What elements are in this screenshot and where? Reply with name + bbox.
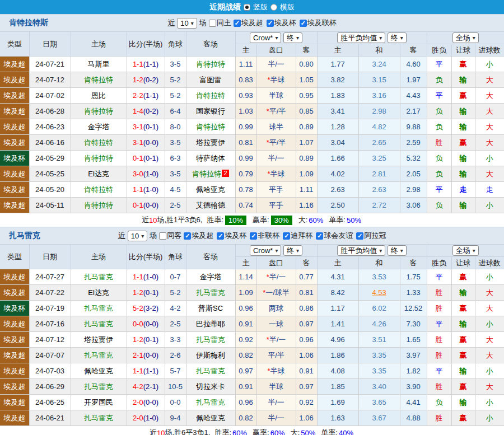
handicap: *平/半 — [256, 104, 296, 119]
handicap-result-flag: 赢 — [451, 57, 475, 72]
final-odds-select[interactable]: 终▾ — [283, 32, 302, 43]
checkbox-icon[interactable] — [209, 20, 216, 27]
goals-result-flag: 大 — [475, 72, 504, 88]
mean-home: 2.63 — [317, 182, 358, 198]
radio-vertical-label[interactable]: 竖版 — [253, 2, 268, 12]
mean-select[interactable]: 胜平负均值▾ — [337, 245, 385, 256]
odds-away: 1.06 — [296, 410, 317, 426]
odds-away: 0.89 — [296, 119, 317, 135]
fulltime-score: 4-2 — [133, 382, 143, 391]
competition-filter[interactable]: 埃及杯 — [217, 231, 246, 241]
scope-group-header: 全场▾ — [427, 32, 504, 44]
competition-filter[interactable]: 埃及超 — [184, 231, 213, 241]
halftime-score: (0-0) — [143, 320, 158, 328]
competition-filter[interactable]: 非联杯 — [250, 231, 279, 241]
odds-away: 0.91 — [296, 363, 317, 379]
checkbox-icon[interactable] — [267, 20, 274, 27]
cover-rate-value: 60% — [270, 429, 285, 435]
match-date: 24-07-21 — [29, 57, 71, 72]
match-date: 24-07-12 — [29, 72, 71, 88]
goals-result-flag: 大 — [475, 348, 504, 363]
checkbox-icon[interactable] — [300, 20, 307, 27]
checkbox-icon[interactable] — [184, 232, 191, 240]
checkbox-icon[interactable] — [217, 232, 224, 240]
odds-source-select[interactable]: Crow*▾ — [250, 245, 281, 256]
radio-vertical-layout[interactable] — [244, 4, 250, 11]
final-odds-select[interactable]: 终▾ — [283, 245, 302, 256]
fulltime-score: 1-1 — [133, 367, 143, 375]
col-type: 类型 — [0, 32, 29, 57]
checkbox-icon[interactable] — [234, 20, 241, 27]
chevron-down-icon: ▾ — [141, 232, 144, 240]
goals-result-flag: 大 — [475, 135, 504, 151]
halftime-score: (0-1) — [143, 154, 158, 162]
mean-draw: 2.65 — [358, 135, 400, 151]
col-score: 比分(半场) — [127, 245, 165, 269]
checkbox-icon[interactable] — [316, 232, 323, 240]
final-mean-select[interactable]: 终▾ — [388, 32, 407, 43]
away-team: 普斯SC — [186, 301, 235, 316]
match-row: 埃及超 24-06-23 金字塔 3-1(0-1) 8-0 肯特拉特 0.99 … — [0, 119, 504, 135]
match-type: 埃及超 — [0, 88, 29, 104]
over-rate-value: 50% — [301, 429, 315, 435]
corners: 6-3 — [165, 151, 186, 166]
final-mean-select[interactable]: 终▾ — [388, 245, 407, 256]
checkbox-icon[interactable] — [250, 232, 257, 240]
fulltime-score: 1-1 — [133, 60, 143, 68]
near-link[interactable]: 近 — [118, 231, 125, 241]
result-flag: 胜 — [427, 135, 451, 151]
col-goals: 进球数 — [475, 257, 504, 269]
checkbox-icon[interactable] — [159, 232, 166, 240]
match-score: 1-1(1-0) — [127, 182, 165, 198]
handicap: 半/一 — [256, 57, 296, 72]
competition-filter[interactable]: 埃及杯 — [267, 18, 296, 28]
odds-away: 0.89 — [296, 151, 317, 166]
match-row: 埃及超 24-06-21 扎马雷克 2-0(1-0) 9-4 佩哈亚克 0.82… — [0, 410, 504, 426]
mean-away: 2.59 — [400, 135, 427, 151]
red-card-badge: 2 — [222, 170, 229, 177]
radio-horizontal-label[interactable]: 横版 — [280, 2, 295, 12]
match-score: 1-2(0-1) — [127, 285, 165, 301]
mean-away: 4.43 — [400, 88, 427, 104]
team1-matches-table: 类型 日期 主场 比分(半场) 角球 客场 Crow*▾ 终▾ 胜平负均值▾ 终… — [0, 31, 504, 213]
mean-draw: 2.63 — [358, 182, 400, 198]
mean-draw: 3.65 — [358, 395, 400, 410]
match-date: 24-06-23 — [29, 119, 71, 135]
odds-source-select[interactable]: Crow*▾ — [250, 32, 281, 43]
result-flag: 胜 — [427, 348, 451, 363]
competition-filter[interactable]: 埃及超 — [234, 18, 263, 28]
odds-home: 0.91 — [235, 316, 256, 332]
match-type: 埃及超 — [0, 269, 29, 285]
same-side-filter[interactable]: 同主 — [209, 18, 231, 28]
corners: 5-2 — [165, 88, 186, 104]
checkbox-icon[interactable] — [283, 232, 290, 240]
games-count-select[interactable]: 10▾ — [177, 18, 197, 29]
competition-filter[interactable]: 球会友谊 — [316, 231, 353, 241]
mean-home: 4.08 — [317, 363, 358, 379]
near-link[interactable]: 近 — [167, 18, 175, 28]
match-score: 3-1(0-1) — [127, 119, 165, 135]
scope-select[interactable]: 全场▾ — [452, 245, 479, 256]
result-flag: 负 — [427, 166, 451, 182]
home-team: El达克 — [71, 285, 127, 301]
team1-filters: 近 10▾ 场 同主 埃及超 埃及杯 埃及联杯 — [167, 18, 337, 29]
fulltime-score: 0-1 — [133, 154, 143, 162]
scope-select[interactable]: 全场▾ — [452, 32, 479, 43]
goals-result-flag: 小 — [475, 57, 504, 72]
radio-horizontal-layout[interactable] — [270, 4, 277, 11]
competition-filter[interactable]: 埃及联杯 — [300, 18, 337, 28]
games-count-select[interactable]: 10▾ — [128, 231, 148, 241]
competition-filter[interactable]: 迪拜杯 — [283, 231, 312, 241]
mean-away: 1.97 — [400, 72, 427, 88]
col-away: 客场 — [186, 245, 235, 269]
result-flag: 负 — [427, 104, 451, 119]
corners: 3-5 — [165, 135, 186, 151]
checkbox-icon[interactable] — [356, 232, 363, 240]
competition-filter[interactable]: 阿拉冠 — [356, 231, 386, 241]
same-side-filter[interactable]: 同客 — [159, 231, 181, 241]
fulltime-score: 3-1 — [133, 138, 143, 147]
mean-draw: 3.67 — [358, 410, 400, 426]
match-row: 埃及超 24-07-16 扎马雷克 0-0(0-0) 2-5 巴拉蒂耶 0.91… — [0, 316, 504, 332]
page-title: 近期战绩 — [209, 2, 241, 12]
mean-select[interactable]: 胜平负均值▾ — [337, 32, 385, 43]
